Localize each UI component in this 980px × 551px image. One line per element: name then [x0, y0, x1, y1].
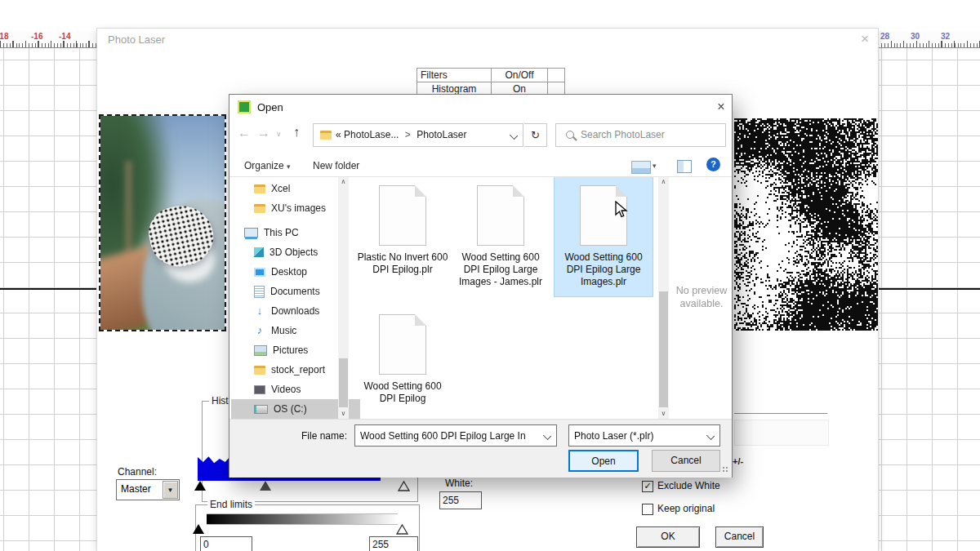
- guideline-left: [0, 288, 97, 290]
- sidebar-item-label: Desktop: [271, 266, 307, 278]
- document-icon: [254, 286, 265, 298]
- sidebar-item-label: Pictures: [273, 344, 308, 356]
- new-folder-button[interactable]: New folder: [313, 160, 359, 171]
- preview-pane-icon[interactable]: [677, 160, 692, 173]
- folder-icon: [254, 204, 265, 213]
- organize-button[interactable]: Organize ▾: [244, 160, 291, 171]
- exclude-white-checkbox[interactable]: ✓: [642, 481, 653, 492]
- keep-original-label: Keep original: [657, 503, 715, 514]
- end-limit-low-handle[interactable]: [193, 524, 204, 534]
- keep-original-checkbox[interactable]: [642, 504, 653, 515]
- file-name-input[interactable]: Wood Setting 600 DPI Epilog Large In: [354, 424, 557, 447]
- end-limit-high-input[interactable]: [369, 536, 418, 551]
- sidebar-item-label: Xcel: [271, 183, 290, 194]
- file-list-scrollbar[interactable]: ∧ ∨: [658, 177, 669, 419]
- scroll-down-icon[interactable]: ∨: [338, 409, 349, 419]
- breadcrumb: « PhotoLase... > PhotoLaser: [336, 129, 467, 140]
- dialog-cancel-button[interactable]: Cancel: [652, 450, 720, 472]
- plus-minus-label: +/-: [733, 456, 743, 466]
- resize-grip[interactable]: [722, 466, 729, 473]
- address-bar[interactable]: « PhotoLase... > PhotoLaser: [313, 123, 523, 147]
- history-dropdown-icon[interactable]: ∨: [276, 130, 282, 138]
- photo-trunk: [125, 161, 132, 263]
- open-button[interactable]: Open: [568, 450, 639, 472]
- computer-icon: [244, 228, 258, 238]
- open-dialog-icon: [238, 100, 251, 113]
- scroll-up-icon[interactable]: ∧: [658, 177, 669, 187]
- sidebar-item-label: This PC: [264, 227, 299, 238]
- up-icon[interactable]: ↑: [293, 125, 300, 140]
- file-list: Plastic No Invert 600 DPI Epilog.plr Woo…: [350, 177, 656, 419]
- desktop-monitor-icon: [254, 268, 265, 277]
- file-item-wood-setting-james[interactable]: Wood Setting 600 DPI Epilog Large Images…: [452, 177, 550, 288]
- plr-file-icon: [379, 314, 426, 375]
- close-icon[interactable]: ×: [711, 98, 731, 116]
- help-icon[interactable]: ?: [706, 158, 720, 171]
- file-name-value: Wood Setting 600 DPI Epilog Large In: [360, 430, 538, 442]
- sidebar-item-label: Music: [271, 325, 296, 336]
- close-icon[interactable]: ×: [855, 30, 875, 48]
- sidebar-item-label: stock_report: [271, 364, 325, 375]
- end-limits-label: End limits: [207, 499, 255, 510]
- back-icon[interactable]: ←: [238, 126, 251, 140]
- filters-header-stub: [548, 69, 565, 82]
- file-type-dropdown[interactable]: Photo Laser (*.plr): [568, 424, 720, 447]
- folder-icon: [254, 184, 265, 193]
- filters-table: Filters On/Off Histogram On: [416, 68, 565, 96]
- file-name: Wood Setting 600 DPI Epilog Large Images…: [557, 251, 650, 288]
- channel-dropdown[interactable]: Master ▼: [116, 479, 180, 500]
- drive-icon: [254, 405, 268, 414]
- breadcrumb-separator: >: [402, 129, 414, 140]
- search-box[interactable]: Search PhotoLaser: [555, 123, 726, 147]
- scrollbar-thumb[interactable]: [659, 291, 668, 407]
- histogram-slider-mid[interactable]: [260, 481, 271, 491]
- change-view-icon[interactable]: [631, 161, 651, 174]
- ruler-tick-label: -16: [31, 32, 42, 41]
- exclude-white-label: Exclude White: [657, 480, 720, 491]
- search-icon: [566, 131, 574, 139]
- end-limit-low-input[interactable]: [200, 536, 252, 551]
- view-caret-icon[interactable]: ▾: [653, 162, 657, 170]
- white-input[interactable]: [439, 491, 482, 509]
- folder-icon: [320, 131, 332, 140]
- open-dialog-title: Open: [257, 101, 283, 113]
- file-name: Plastic No Invert 600 DPI Epilog.plr: [356, 251, 449, 276]
- film-icon: [254, 385, 265, 394]
- sidebar-item-label: Downloads: [271, 305, 319, 317]
- scroll-up-icon[interactable]: ∧: [338, 177, 349, 187]
- file-item-plastic-no-invert[interactable]: Plastic No Invert 600 DPI Epilog.plr: [354, 177, 452, 276]
- histogram-slider-high[interactable]: [398, 481, 410, 491]
- screen: -18 -16 -14 28 30 32 Photo Laser × Filte…: [0, 0, 980, 551]
- sidebar-item-label: 3D Objects: [270, 247, 318, 258]
- ok-button[interactable]: OK: [636, 527, 700, 548]
- sidebar-scrollbar[interactable]: ∧ ∨: [338, 177, 349, 419]
- end-limit-high-handle[interactable]: [396, 524, 408, 535]
- breadcrumb-parent[interactable]: PhotoLase...: [344, 129, 399, 140]
- white-label: White:: [445, 478, 473, 489]
- histogram-slider-low[interactable]: [194, 481, 206, 491]
- music-note-icon: ♪: [254, 325, 265, 336]
- workspace-grid-right: [878, 48, 980, 551]
- chevron-down-icon[interactable]: [706, 432, 715, 440]
- address-dropdown-icon[interactable]: [510, 131, 518, 140]
- file-item-wood-setting[interactable]: Wood Setting 600 DPI Epilog: [354, 306, 452, 405]
- folder-icon: [254, 366, 265, 375]
- scroll-down-icon[interactable]: ∨: [658, 409, 669, 419]
- sidebar-item-label: Documents: [270, 286, 320, 297]
- file-item-wood-setting-large-images[interactable]: Wood Setting 600 DPI Epilog Large Images…: [555, 177, 653, 296]
- chevron-down-icon: ▾: [287, 162, 291, 171]
- dropdown-arrow-icon[interactable]: ▼: [163, 481, 178, 499]
- mouse-cursor: [615, 201, 628, 219]
- forward-icon[interactable]: →: [257, 126, 270, 140]
- picture-icon: [254, 345, 267, 356]
- breadcrumb-current[interactable]: PhotoLaser: [416, 129, 466, 140]
- chevron-down-icon[interactable]: [543, 432, 551, 440]
- ruler-tick-label: 32: [941, 32, 950, 41]
- sidebar-item-this-pc[interactable]: This PC: [231, 223, 350, 242]
- refresh-button[interactable]: ↻: [524, 123, 547, 147]
- refresh-icon: ↻: [531, 129, 540, 141]
- cancel-button[interactable]: Cancel: [715, 527, 764, 548]
- source-photo-selection[interactable]: [99, 114, 226, 331]
- file-name-label: File name:: [301, 430, 347, 442]
- scrollbar-thumb[interactable]: [339, 358, 348, 407]
